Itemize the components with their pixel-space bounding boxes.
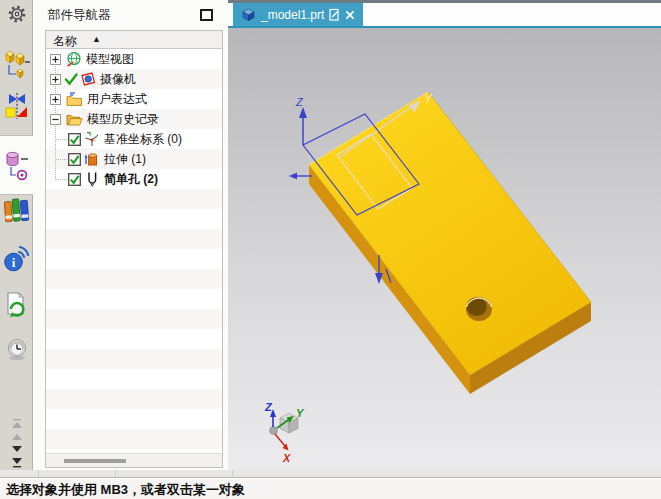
gear-icon xyxy=(7,4,27,24)
assembly-navigator-button[interactable] xyxy=(0,50,33,80)
status-bar: 选择对象并使用 MB3，或者双击某一对象 xyxy=(0,479,661,499)
resource-bar: i xyxy=(0,0,33,470)
tree-item-label: 拉伸 (1) xyxy=(104,151,146,168)
nx-application-window: i xyxy=(0,0,661,499)
graphics-canvas[interactable]: Y Z xyxy=(228,28,661,477)
part-navigator-tree: 名称 ▲ xyxy=(45,30,223,468)
triad-x-label: X xyxy=(282,452,291,464)
tree-row-user-expressions[interactable]: 用户表达式 xyxy=(46,89,222,109)
tree-row-datum-csys[interactable]: 基准坐标系 (0) xyxy=(46,129,222,149)
tree-item-label: 摄像机 xyxy=(100,71,136,88)
resource-bar-gear-button[interactable] xyxy=(0,4,33,24)
panel-title: 部件导航器 xyxy=(48,7,111,24)
band-separator xyxy=(232,470,233,478)
tree-body: 模型视图 摄像机 xyxy=(46,49,222,452)
model-z-axis-label: Z xyxy=(295,96,304,108)
status-message: 选择对象并使用 MB3，或者双击某一对象 xyxy=(6,481,245,499)
part-navigator-button[interactable] xyxy=(0,135,33,195)
checkbox-checked[interactable] xyxy=(68,153,81,166)
tree-row-model-views[interactable]: 模型视图 xyxy=(46,49,222,69)
view-triad: Z Y X xyxy=(264,401,305,464)
band-separator xyxy=(38,470,39,478)
expand-plus-icon[interactable] xyxy=(50,54,61,65)
triad-y-label: Y xyxy=(296,407,305,419)
model-views-icon xyxy=(66,51,82,67)
expand-plus-icon[interactable] xyxy=(50,94,61,105)
process-clock-button[interactable] xyxy=(0,338,33,362)
reuse-library-button[interactable] xyxy=(0,197,33,225)
camera-icon xyxy=(80,71,96,87)
tree-row-cameras[interactable]: 摄像机 xyxy=(46,69,222,89)
tree-horizontal-scrollbar[interactable] xyxy=(46,453,222,467)
sort-ascending-icon: ▲ xyxy=(92,34,101,44)
scroll-bottom-button[interactable] xyxy=(0,458,33,468)
scrollbar-thumb[interactable] xyxy=(64,459,126,463)
history-icon xyxy=(5,292,29,322)
tree-row-simple-hole[interactable]: 简单孔 (2) xyxy=(46,169,222,189)
internet-button[interactable]: i xyxy=(0,245,33,273)
constraint-navigator-button[interactable] xyxy=(0,93,33,121)
tab-edit-icon[interactable] xyxy=(329,8,340,21)
expand-plus-icon[interactable] xyxy=(50,74,61,85)
name-column-label: 名称 xyxy=(53,33,77,50)
scroll-down-icon xyxy=(11,445,23,454)
tree-column-header[interactable]: 名称 ▲ xyxy=(46,31,222,49)
history-palette-button[interactable] xyxy=(0,292,33,322)
scroll-top-icon xyxy=(11,419,23,429)
process-clock-icon xyxy=(3,338,31,362)
internet-icon: i xyxy=(3,245,30,273)
part-file-icon xyxy=(241,7,256,22)
tree-item-label: 模型视图 xyxy=(86,51,134,68)
datum-csys-icon xyxy=(84,131,100,147)
part-navigator-panel: 部件导航器 名称 ▲ xyxy=(34,0,228,470)
scroll-bottom-icon xyxy=(11,458,23,468)
extrude-icon xyxy=(84,151,100,167)
checkbox-checked[interactable] xyxy=(68,133,81,146)
scroll-down-button[interactable] xyxy=(0,445,33,454)
tab-close-icon[interactable] xyxy=(345,10,355,20)
collapse-minus-icon[interactable] xyxy=(50,114,61,125)
tree-row-model-history[interactable]: 模型历史记录 xyxy=(46,109,222,129)
svg-text:i: i xyxy=(12,255,16,270)
model-hole xyxy=(466,297,492,321)
tree-row-extrude[interactable]: 拉伸 (1) xyxy=(46,149,222,169)
prompt-line-band xyxy=(0,470,661,478)
tab-strip: _model1.prt xyxy=(228,3,661,26)
panel-maximize-button[interactable] xyxy=(200,9,213,21)
assembly-navigator-icon xyxy=(4,50,30,80)
check-mark-icon xyxy=(64,72,78,86)
scroll-top-button[interactable] xyxy=(0,419,33,429)
model-y-axis-label: Y xyxy=(424,92,433,106)
model-3d-view: Y Z xyxy=(228,28,661,477)
part-navigator-icon xyxy=(4,149,30,181)
scroll-up-icon xyxy=(11,432,23,441)
tab-title: _model1.prt xyxy=(261,8,324,22)
graphics-window-area: _model1.prt xyxy=(228,0,661,477)
tree-item-label: 简单孔 (2) xyxy=(104,171,158,188)
reuse-library-icon xyxy=(4,197,30,225)
expressions-folder-icon xyxy=(66,92,83,107)
scroll-up-button[interactable] xyxy=(0,432,33,441)
hole-icon xyxy=(84,171,100,187)
constraint-navigator-icon xyxy=(5,93,29,121)
open-folder-icon xyxy=(66,112,83,127)
tree-item-label: 模型历史记录 xyxy=(87,111,159,128)
triad-z-label: Z xyxy=(264,401,273,413)
tree-item-label: 基准坐标系 (0) xyxy=(104,131,182,148)
checkbox-checked[interactable] xyxy=(68,173,81,186)
tree-item-label: 用户表达式 xyxy=(87,91,147,108)
tab-model1[interactable]: _model1.prt xyxy=(233,3,363,26)
band-separator xyxy=(115,470,116,478)
